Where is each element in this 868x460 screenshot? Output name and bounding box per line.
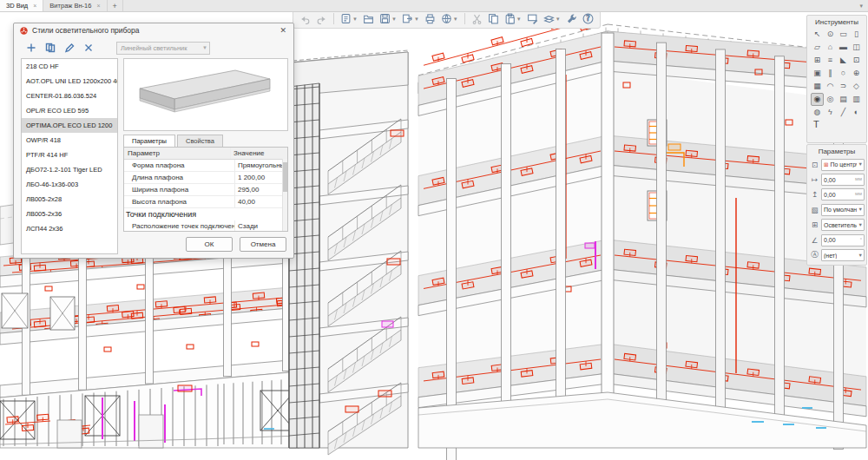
list-item[interactable]: PTF/R 414 HF — [22, 148, 117, 162]
fitting-tool-icon[interactable]: ◇ — [850, 80, 863, 93]
param-row-horizontal-offset: ↦0,00мм — [807, 172, 866, 187]
print-icon[interactable] — [423, 11, 437, 26]
mark-icon: Ⓐ — [810, 250, 819, 260]
list-item[interactable]: ЛСП44 2х36 — [22, 221, 117, 236]
view-tabbar: 3D Вид × Витраж Вн-16 × + ▾ — [0, 0, 868, 12]
close-tab-icon[interactable]: × — [96, 3, 100, 9]
placement-select[interactable]: ⊞По центру▼ — [821, 159, 865, 171]
copy-icon[interactable] — [486, 11, 501, 26]
floor-tool-icon[interactable]: ▱ — [811, 41, 824, 54]
style-brush-icon[interactable] — [525, 11, 540, 26]
roof-tool-icon[interactable]: ⌂ — [824, 41, 837, 54]
tabbar-menu-icon[interactable]: ▾ — [854, 0, 868, 11]
boolean-shapes-tool-icon[interactable]: ◐ — [850, 106, 863, 119]
export-icon[interactable]: ▼ — [400, 11, 421, 26]
text-tool[interactable]: T — [807, 119, 866, 131]
electric-device-tool-icon[interactable]: ◎ — [824, 93, 837, 106]
measure-tool-icon[interactable]: ⊙ — [824, 28, 837, 41]
collaboration-icon[interactable]: ▼ — [439, 11, 460, 26]
duplicate-icon[interactable] — [45, 43, 56, 55]
stair-tool-icon[interactable]: ≡ — [824, 54, 837, 67]
list-item[interactable]: ЛВ005-2х28 — [22, 192, 117, 207]
table-row[interactable]: Длина плафона1 200,00 — [124, 172, 287, 184]
wiring-tool-icon[interactable]: ϟ — [824, 106, 837, 119]
window-tool-icon[interactable]: ⊞ — [811, 54, 824, 67]
list-item[interactable]: OWP/R 418 — [22, 133, 117, 148]
table-row[interactable]: Высота плафона40,00 — [124, 196, 287, 208]
rotation-angle-input[interactable]: 0,00° — [821, 234, 865, 246]
toolbar-separator — [464, 13, 465, 24]
tab-3d-view[interactable]: 3D Вид × — [0, 0, 43, 11]
toolbar-separator — [333, 13, 334, 24]
open-icon[interactable] — [361, 11, 376, 26]
list-item[interactable]: OPTIMA.OPL ECO LED 1200 — [22, 118, 117, 133]
list-item[interactable]: 218 CD HF — [22, 59, 117, 74]
tools-panel: Инструменты ↖⊙▭▯▱⌂▬◫⊞≡◣⊡▣∥○⊕▦◠⊃◇◉◎▤▥◍ϟ╱◐… — [806, 15, 867, 143]
delete-icon[interactable] — [83, 43, 94, 55]
table-group-row[interactable]: Точки подключения — [124, 208, 287, 220]
column-tool-icon[interactable]: ▯ — [850, 28, 863, 41]
redo-icon[interactable] — [314, 11, 329, 26]
shaft-tool-icon[interactable]: ○ — [837, 67, 850, 80]
cable-tray-tool-icon[interactable]: ▤ — [837, 93, 850, 106]
duct-tool-icon[interactable]: ◠ — [824, 80, 837, 93]
opening-tool-icon[interactable]: ▣ — [811, 67, 824, 80]
param-row-rotation-angle: ∠0,00° — [807, 233, 866, 247]
ok-button[interactable]: ОК — [186, 237, 233, 252]
equipment-tool-icon[interactable]: ⊕ — [850, 67, 863, 80]
horizontal-offset-input[interactable]: 0,00мм — [821, 174, 865, 186]
ramp-tool-icon[interactable]: ◣ — [837, 54, 850, 67]
light-fixture-tool-icon[interactable]: ◉ — [811, 93, 824, 106]
fixture-type-select[interactable]: Линейный светильник▼ — [116, 42, 210, 55]
category-select[interactable]: Осветительный прибор▼ — [821, 219, 865, 231]
horizontal-offset-icon: ↦ — [810, 175, 819, 184]
fixture-style-list: 218 CD HFAOT.OPL UNI LED 1200x200 4000KC… — [21, 58, 118, 254]
plate-tool-icon[interactable]: ▦ — [811, 80, 824, 93]
close-tab-icon[interactable]: × — [33, 3, 36, 9]
list-item[interactable]: ДБО72-1.2-101 Tiger LED — [22, 162, 117, 177]
vertical-offset-input[interactable]: 0,00мм — [821, 188, 865, 200]
undo-icon[interactable] — [298, 11, 312, 26]
help-icon[interactable]: ? — [581, 11, 595, 26]
list-item[interactable]: ЛБО-46-1х36-003 — [22, 177, 117, 192]
save-icon[interactable]: ▼ — [378, 11, 398, 26]
table-scrollbar[interactable] — [282, 159, 287, 231]
dialog-close-icon[interactable]: ✕ — [278, 26, 288, 35]
new-project-icon[interactable]: ▼ — [339, 11, 359, 26]
table-row[interactable]: Ширина плафона295,00 — [124, 184, 287, 196]
socket-tool-icon[interactable]: ◍ — [811, 106, 824, 119]
renga-logo-icon — [19, 26, 29, 36]
electrical-panel-tool-icon[interactable]: ▥ — [850, 93, 863, 106]
chevron-down-icon: ▼ — [202, 45, 207, 50]
new-tab-button[interactable]: + — [108, 0, 123, 11]
railing-tool-icon[interactable]: ∥ — [824, 67, 837, 80]
edit-icon[interactable] — [64, 43, 75, 55]
chevron-down-icon: ▼ — [858, 253, 863, 258]
select-tool-icon[interactable]: ↖ — [811, 28, 824, 41]
list-item[interactable]: OPL/R ECO LED 595 — [22, 103, 117, 118]
table-row[interactable]: Форма плафонаПрямоугольный — [124, 160, 287, 172]
chevron-down-icon: ▼ — [858, 222, 863, 227]
cancel-button[interactable]: Отмена — [240, 237, 286, 252]
beam-tool-icon[interactable]: ▬ — [837, 41, 850, 54]
door-tool-icon[interactable]: ◫ — [850, 41, 863, 54]
style-select[interactable]: По умолчанию▼ — [821, 204, 865, 216]
list-item[interactable]: AOT.OPL UNI LED 1200x200 4000K — [22, 74, 117, 89]
assembly-tool-icon[interactable]: ⊡ — [850, 54, 863, 67]
table-row[interactable]: Расположение точек подключенияСзади — [124, 220, 287, 232]
list-item[interactable]: CENTER-01.86.036.524 — [22, 89, 117, 103]
list-item[interactable]: ЛВ005-2х36 — [22, 207, 117, 221]
route-tool-icon[interactable]: ╱ — [837, 106, 850, 119]
paste-icon[interactable]: ▼ — [503, 11, 523, 26]
add-icon[interactable] — [26, 43, 36, 55]
tab-label: 3D Вид — [6, 2, 28, 10]
settings-wrench-icon[interactable] — [564, 11, 579, 26]
pipe-tool-icon[interactable]: ⊃ — [837, 80, 850, 93]
tab-parameters[interactable]: Параметры — [123, 135, 175, 148]
cut-icon[interactable] — [470, 11, 484, 26]
tab-vitrazh[interactable]: Витраж Вн-16 × — [43, 0, 107, 11]
mark-select[interactable]: (нет)▼ — [821, 249, 865, 261]
tab-properties[interactable]: Свойства — [177, 135, 223, 148]
3d-views-icon[interactable]: ▼ — [542, 11, 562, 26]
wall-tool-icon[interactable]: ▭ — [837, 28, 850, 41]
